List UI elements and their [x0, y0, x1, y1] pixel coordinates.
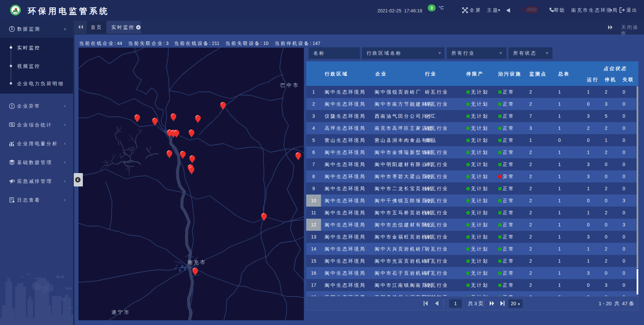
svg-text:南充市: 南充市 [187, 259, 206, 265]
svg-text:遂宁市: 遂宁市 [111, 309, 130, 315]
svg-text:巴中市: 巴中市 [280, 82, 299, 88]
